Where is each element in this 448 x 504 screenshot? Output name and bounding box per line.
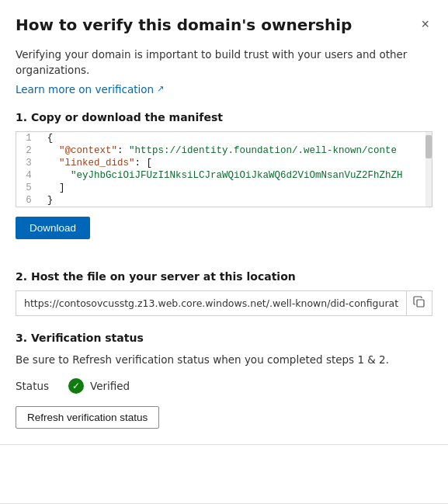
close-button[interactable]: × bbox=[418, 16, 432, 33]
line-content-4: "eyJhbGciOiJFUzI1NksiLCJraWQiOiJkaWQ6d2V… bbox=[41, 169, 432, 182]
line-content-3: "linked_dids": [ bbox=[41, 157, 432, 169]
code-row-1: 1 { bbox=[16, 132, 432, 144]
section1-title: 1. Copy or download the manifest bbox=[16, 111, 432, 123]
line-num-2: 2 bbox=[16, 144, 41, 157]
code-row-2: 2 "@context": "https://identity.foundati… bbox=[16, 144, 432, 157]
bottom-divider bbox=[0, 444, 448, 445]
copy-icon bbox=[413, 296, 425, 311]
line-num-4: 4 bbox=[16, 169, 41, 182]
code-table: 1 { 2 "@context": "https://identity.foun… bbox=[16, 132, 432, 207]
learn-more-link[interactable]: Learn more on verification ↗ bbox=[16, 83, 164, 96]
section3-title: 3. Verification status bbox=[16, 332, 432, 344]
verified-icon: ✓ bbox=[68, 378, 84, 394]
verification-status-section: 3. Verification status Be sure to Refres… bbox=[16, 332, 432, 429]
line-num-5: 5 bbox=[16, 182, 41, 194]
line-num-1: 1 bbox=[16, 132, 41, 144]
line-content-2: "@context": "https://identity.foundation… bbox=[41, 144, 432, 157]
line-num-3: 3 bbox=[16, 157, 41, 169]
status-row: Status ✓ Verified bbox=[16, 378, 432, 394]
status-label: Status bbox=[16, 380, 62, 392]
url-field-wrapper bbox=[16, 290, 432, 316]
external-link-icon: ↗ bbox=[157, 84, 164, 94]
scrollbar[interactable] bbox=[425, 132, 432, 207]
copy-url-button[interactable] bbox=[406, 291, 432, 315]
code-row-4: 4 "eyJhbGciOiJFUzI1NksiLCJraWQiOiJkaWQ6d… bbox=[16, 169, 432, 182]
code-row-6: 6 } bbox=[16, 194, 432, 207]
refresh-verification-button[interactable]: Refresh verification status bbox=[16, 406, 159, 429]
line-num-6: 6 bbox=[16, 194, 41, 207]
dialog-description: Verifying your domain is important to bu… bbox=[16, 47, 432, 78]
checkmark-icon: ✓ bbox=[72, 381, 80, 391]
learn-more-text: Learn more on verification bbox=[16, 83, 154, 96]
code-row-5: 5 ] bbox=[16, 182, 432, 194]
scrollbar-thumb bbox=[425, 135, 432, 158]
status-description: Be sure to Refresh verification status w… bbox=[16, 352, 432, 367]
line-content-5: ] bbox=[41, 182, 432, 194]
line-content-1: { bbox=[41, 132, 432, 144]
code-row-3: 3 "linked_dids": [ bbox=[16, 157, 432, 169]
url-field[interactable] bbox=[16, 292, 406, 315]
code-block: 1 { 2 "@context": "https://identity.foun… bbox=[16, 132, 432, 207]
svg-rect-0 bbox=[417, 300, 424, 307]
download-button[interactable]: Download bbox=[16, 217, 90, 239]
verified-text: Verified bbox=[90, 380, 130, 392]
dialog-header: How to verify this domain's ownership × bbox=[16, 16, 432, 34]
code-block-wrapper: 1 { 2 "@context": "https://identity.foun… bbox=[16, 131, 432, 207]
section2-title: 2. Host the file on your server at this … bbox=[16, 270, 432, 283]
dialog-container: How to verify this domain's ownership × … bbox=[0, 0, 448, 504]
dialog-title: How to verify this domain's ownership bbox=[16, 16, 418, 34]
line-content-6: } bbox=[41, 194, 432, 207]
